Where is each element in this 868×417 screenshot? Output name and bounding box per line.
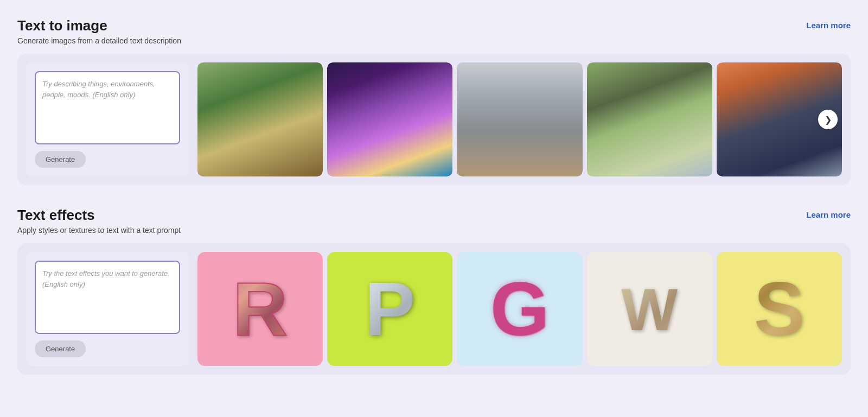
letter-card-W: W (587, 252, 712, 366)
text-to-image-input-card: Generate (26, 62, 189, 176)
letter-W-text: W (621, 275, 678, 344)
image-scifi (327, 62, 452, 176)
letter-P-text: P (365, 265, 415, 353)
letter-card-R: R (197, 252, 323, 366)
text-to-image-section: Text to image Generate images from a det… (17, 17, 851, 185)
text-to-image-input[interactable] (35, 71, 180, 144)
text-to-image-title: Text to image (17, 17, 181, 34)
section-header-text-effects: Text effects Apply styles or textures to… (17, 207, 851, 235)
letter-card-S: S (717, 252, 842, 366)
text-effects-learn-more[interactable]: Learn more (806, 210, 851, 219)
image-card-plants (197, 62, 323, 176)
letter-S-text: S (754, 265, 805, 353)
letter-R-text: R (233, 265, 288, 353)
chevron-right-icon: ❯ (825, 115, 832, 125)
letter-card-G: G (457, 252, 582, 366)
text-to-image-learn-more[interactable]: Learn more (806, 21, 851, 30)
image-treehouse (587, 62, 712, 176)
page-container: Text to image Generate images from a det… (0, 0, 868, 414)
text-effects-input[interactable] (35, 261, 180, 334)
letter-card-P: P (327, 252, 452, 366)
text-to-image-generate-button[interactable]: Generate (35, 151, 86, 168)
section-header-text-to-image: Text to image Generate images from a det… (17, 17, 851, 45)
text-effects-input-card: Generate (26, 252, 189, 366)
text-to-image-subtitle: Generate images from a detailed text des… (17, 36, 181, 45)
text-effects-title: Text effects (17, 207, 181, 224)
text-effects-letter-cards: R P G W S (197, 252, 842, 366)
next-arrow-button[interactable]: ❯ (818, 110, 838, 129)
image-card-mountains (457, 62, 582, 176)
text-effects-section: Text effects Apply styles or textures to… (17, 207, 851, 375)
image-card-treehouse (587, 62, 712, 176)
section-title-area: Text to image Generate images from a det… (17, 17, 181, 45)
text-effects-generate-button[interactable]: Generate (35, 340, 86, 357)
text-to-image-image-cards (197, 62, 842, 176)
text-effects-title-area: Text effects Apply styles or textures to… (17, 207, 181, 235)
letter-G-text: G (490, 265, 550, 353)
image-plants (197, 62, 323, 176)
text-effects-subtitle: Apply styles or textures to text with a … (17, 226, 181, 235)
image-mountains (457, 62, 582, 176)
image-card-scifi (327, 62, 452, 176)
text-to-image-gallery: Generate ❯ (17, 54, 851, 185)
text-effects-gallery: Generate R P G W S (17, 243, 851, 375)
